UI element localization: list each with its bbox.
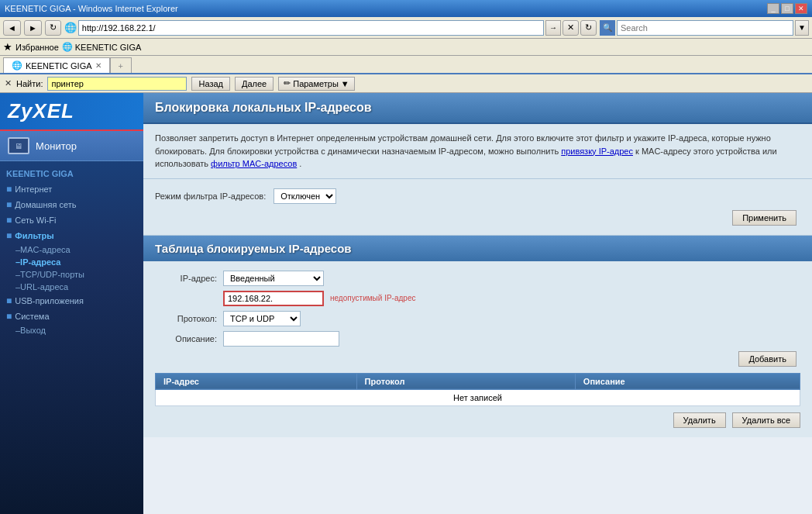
window-controls: _ □ ✕: [767, 3, 807, 14]
fav-site-label: KEENETIC GIGA: [75, 43, 142, 52]
search-input[interactable]: [617, 20, 793, 36]
browser-title-bar: KEENETIC GIGA - Windows Internet Explore…: [0, 0, 812, 17]
sidebar-item-logout[interactable]: –Выход: [0, 324, 143, 336]
monitor-icon: 🖥: [8, 137, 29, 154]
minimize-button[interactable]: _: [767, 3, 779, 14]
sidebar-item-filters[interactable]: ■ Фильтры: [0, 228, 143, 243]
tab-keenetic-giga[interactable]: 🌐 KEENETIC GIGA ✕: [3, 57, 110, 73]
desc-end: .: [299, 159, 301, 168]
filter-section: Режим фильтра IP-адресов: Отключен Включ…: [143, 179, 812, 236]
go-button[interactable]: →: [545, 20, 561, 36]
description-input[interactable]: [223, 331, 339, 347]
sidebar-item-ip-addr[interactable]: –IP-адреса: [0, 256, 143, 268]
desc-link1[interactable]: привязку IP-адрес: [561, 147, 633, 156]
home-network-label: Домашняя сеть: [15, 200, 76, 209]
find-label: Найти:: [16, 79, 43, 88]
find-back-button[interactable]: Назад: [191, 77, 230, 91]
description-label: Описание:: [155, 334, 217, 343]
ip-field-label: IP-адрес:: [155, 274, 217, 283]
description-row: Описание:: [155, 331, 800, 347]
table-section-header: Таблица блокируемых IP-адресов: [143, 236, 812, 261]
col-description: Описание: [575, 373, 800, 389]
bullet-icon: ■: [6, 184, 12, 195]
sidebar-logo: ZyXEL: [0, 93, 143, 131]
ip-value-input[interactable]: [223, 291, 324, 306]
system-label: Система: [15, 312, 49, 321]
forward-button[interactable]: ►: [24, 20, 42, 36]
add-button[interactable]: Добавить: [738, 351, 797, 367]
ip-type-row: IP-адрес: Введенный Диапазон: [155, 271, 800, 286]
table-empty-cell: Нет записей: [156, 389, 800, 405]
bullet-icon: ■: [6, 295, 12, 306]
bullet-icon: ■: [6, 311, 12, 322]
keenetic-giga-fav[interactable]: 🌐 KEENETIC GIGA: [62, 42, 142, 52]
browser-nav-bar: ◄ ► ↻ 🌐 → ✕ ↻ 🔍 ▼: [0, 17, 812, 39]
sidebar-item-usb-apps[interactable]: ■ USB-приложения: [0, 293, 143, 309]
bullet-icon: ■: [6, 199, 12, 210]
ip-addr-label: –IP-адреса: [15, 257, 60, 267]
sidebar-item-system[interactable]: ■ Система: [0, 309, 143, 324]
refresh-button[interactable]: ↻: [45, 20, 61, 36]
monitor-screen-icon: 🖥: [15, 142, 22, 150]
address-input[interactable]: [78, 20, 544, 36]
close-button[interactable]: ✕: [795, 3, 807, 14]
filter-select[interactable]: Отключен Включен: [274, 188, 336, 204]
sidebar-item-internet[interactable]: ■ Интернет: [0, 181, 143, 197]
protocol-select[interactable]: TCP и UDP TCP UDP: [223, 311, 301, 326]
ip-type-select[interactable]: Введенный Диапазон: [223, 271, 324, 286]
favorites-menu[interactable]: Избранное: [15, 43, 59, 52]
find-bar: ✕ Найти: Назад Далее ✏ Параметры ▼: [0, 74, 812, 93]
page-content: Блокировка локальных IP-адресов Позволяе…: [143, 93, 812, 514]
col-ip-addr: IP-адрес: [156, 373, 357, 389]
mac-addr-label: –MAC-адреса: [15, 245, 71, 254]
protocol-row: Протокол: TCP и UDP TCP UDP: [155, 311, 800, 326]
page-description: Позволяет запретить доступ в Интернет оп…: [143, 124, 812, 179]
tab-bar: 🌐 KEENETIC GIGA ✕ +: [0, 56, 812, 74]
table-actions: Удалить Удалить все: [155, 412, 800, 428]
refresh-page-button[interactable]: ↻: [580, 20, 597, 36]
ip-invalid-message: недопустимый IP-адрес: [330, 294, 415, 302]
desc-link2[interactable]: фильтр MAC-адресов: [211, 159, 297, 168]
sidebar-monitor-section[interactable]: 🖥 Монитор: [0, 131, 143, 161]
stop-button[interactable]: ✕: [563, 20, 579, 36]
sidebar: ZyXEL 🖥 Монитор KEENETIC GIGA ■ Интернет…: [0, 93, 143, 514]
fav-site-icon: 🌐: [62, 42, 73, 52]
protocol-label: Протокол:: [155, 314, 217, 323]
blocked-ip-table: IP-адрес Протокол Описание Нет записей: [155, 373, 800, 406]
find-close-button[interactable]: ✕: [5, 78, 12, 88]
sidebar-nav: KEENETIC GIGA ■ Интернет ■ Домашняя сеть…: [0, 161, 143, 514]
find-params-button[interactable]: ✏ Параметры ▼: [278, 77, 355, 91]
new-tab-button[interactable]: +: [110, 57, 132, 73]
apply-button[interactable]: Применить: [732, 210, 797, 226]
favorites-label: Избранное: [15, 43, 59, 52]
address-bar: 🌐 → ✕ ↻: [64, 20, 597, 36]
find-input[interactable]: [47, 77, 187, 91]
url-addr-label: –URL-адреса: [15, 282, 68, 291]
sidebar-item-home-network[interactable]: ■ Домашняя сеть: [0, 197, 143, 212]
sidebar-item-tcp-udp[interactable]: –TCP/UDP-порты: [0, 268, 143, 281]
page-title: Блокировка локальных IP-адресов: [155, 101, 372, 114]
sidebar-device-name: KEENETIC GIGA: [0, 166, 143, 181]
params-label: Параметры: [293, 79, 339, 88]
params-arrow-icon: ▼: [341, 79, 349, 88]
browser-title: KEENETIC GIGA - Windows Internet Explore…: [5, 4, 178, 13]
usb-apps-label: USB-приложения: [15, 296, 84, 305]
table-section-title: Таблица блокируемых IP-адресов: [155, 242, 352, 255]
back-button[interactable]: ◄: [3, 20, 21, 36]
search-bar: 🔍 ▼: [600, 20, 809, 36]
find-forward-button[interactable]: Далее: [235, 77, 274, 91]
col-protocol: Протокол: [356, 373, 575, 389]
search-go-button[interactable]: ▼: [795, 20, 809, 36]
delete-all-button[interactable]: Удалить все: [732, 412, 800, 428]
sidebar-item-url-addr[interactable]: –URL-адреса: [0, 281, 143, 293]
table-section-body: IP-адрес: Введенный Диапазон недопустимы…: [143, 261, 812, 437]
maximize-button[interactable]: □: [781, 3, 793, 14]
live-search-icon: 🔍: [600, 20, 615, 36]
bullet-icon: ■: [6, 230, 12, 241]
tab-close-icon[interactable]: ✕: [95, 61, 102, 70]
main-content: ZyXEL 🖥 Монитор KEENETIC GIGA ■ Интернет…: [0, 93, 812, 514]
pencil-icon: ✏: [284, 78, 291, 88]
sidebar-item-mac-addr[interactable]: –MAC-адреса: [0, 243, 143, 256]
delete-button[interactable]: Удалить: [673, 412, 726, 428]
sidebar-item-wifi[interactable]: ■ Сеть Wi-Fi: [0, 212, 143, 228]
